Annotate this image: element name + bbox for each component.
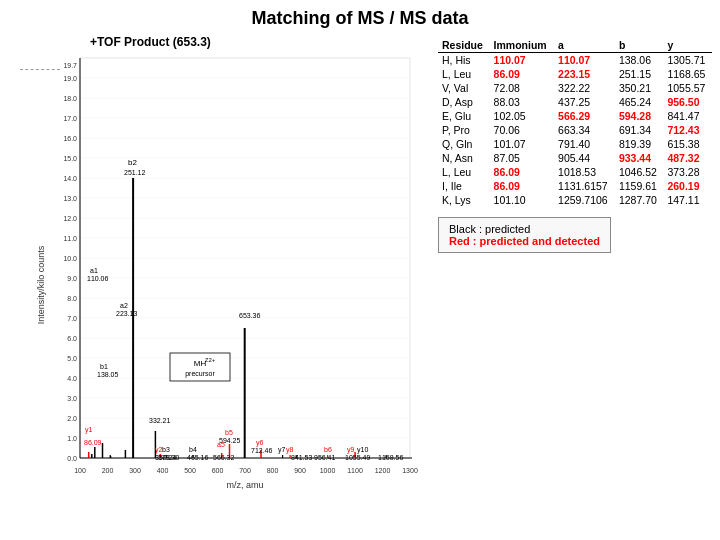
- cell-a: 437.25: [554, 95, 615, 109]
- svg-text:841.53: 841.53: [291, 454, 313, 461]
- cell-y: 615.38: [663, 137, 712, 151]
- col-header-b: b: [615, 38, 664, 53]
- svg-text:1000: 1000: [320, 467, 336, 474]
- svg-text:712.46: 712.46: [251, 447, 273, 454]
- svg-text:12.0: 12.0: [63, 215, 77, 222]
- svg-text:3.0: 3.0: [67, 395, 77, 402]
- svg-text:b3: b3: [162, 446, 170, 453]
- cell-y: 147.11: [663, 193, 712, 207]
- svg-text:138.05: 138.05: [97, 371, 119, 378]
- svg-text:600: 600: [212, 467, 224, 474]
- svg-text:700: 700: [239, 467, 251, 474]
- cell-immonium: 87.05: [490, 151, 554, 165]
- svg-text:b4: b4: [189, 446, 197, 453]
- cell-immonium: 86.09: [490, 165, 554, 179]
- table-row: V, Val72.08322.22350.211055.57: [438, 81, 712, 95]
- svg-text:b5: b5: [225, 429, 233, 436]
- cell-immonium: 86.09: [490, 179, 554, 193]
- cell-b: 691.34: [615, 123, 664, 137]
- cell-b: 138.06: [615, 53, 664, 68]
- table-row: H, His110.07110.07138.061305.71: [438, 53, 712, 68]
- cell-residue: L, Leu: [438, 67, 490, 81]
- cell-b: 1046.52: [615, 165, 664, 179]
- svg-text:8.0: 8.0: [67, 295, 77, 302]
- cell-y: 956.50: [663, 95, 712, 109]
- table-row: K, Lys101.101259.71061287.70147.11: [438, 193, 712, 207]
- y-axis-label: Intensity/kilo counts: [36, 246, 46, 325]
- svg-text:223.13: 223.13: [116, 310, 138, 317]
- svg-text:y8: y8: [286, 446, 294, 454]
- page-title: Matching of MS / MS data: [0, 0, 720, 33]
- cell-a: 791.40: [554, 137, 615, 151]
- cell-b: 251.15: [615, 67, 664, 81]
- cell-residue: D, Asp: [438, 95, 490, 109]
- cell-immonium: 88.03: [490, 95, 554, 109]
- cell-b: 594.28: [615, 109, 664, 123]
- col-header-immonium: Immonium: [490, 38, 554, 53]
- cell-y: 260.19: [663, 179, 712, 193]
- svg-text:y2: y2: [155, 446, 163, 454]
- svg-text:16.0: 16.0: [63, 135, 77, 142]
- cell-a: 663.34: [554, 123, 615, 137]
- legend-box: Black : predicted Red : predicted and de…: [438, 217, 611, 253]
- cell-y: 487.32: [663, 151, 712, 165]
- cell-y: 1305.71: [663, 53, 712, 68]
- chart-title: +TOF Product (653.3): [90, 35, 211, 49]
- table-row: L, Leu86.09223.15251.151168.65: [438, 67, 712, 81]
- svg-text:300: 300: [129, 467, 141, 474]
- svg-text:653.36: 653.36: [239, 312, 261, 319]
- svg-text:m/z, amu: m/z, amu: [226, 480, 263, 490]
- cell-immonium: 102.05: [490, 109, 554, 123]
- cell-b: 933.44: [615, 151, 664, 165]
- svg-text:1168.56: 1168.56: [378, 454, 403, 461]
- svg-text:0.0: 0.0: [67, 455, 77, 462]
- cell-b: 465.24: [615, 95, 664, 109]
- table-row: E, Glu102.05566.29594.28841.47: [438, 109, 712, 123]
- chart-area: Intensity/kilo counts: [0, 33, 430, 537]
- svg-text:a2: a2: [120, 302, 128, 309]
- cell-a: 110.07: [554, 53, 615, 68]
- svg-text:1200: 1200: [375, 467, 391, 474]
- svg-text:956.41: 956.41: [314, 454, 336, 461]
- cell-a: 566.29: [554, 109, 615, 123]
- svg-text:1100: 1100: [347, 467, 363, 474]
- cell-a: 1131.6157: [554, 179, 615, 193]
- cell-immonium: 101.10: [490, 193, 554, 207]
- svg-text:1055.49: 1055.49: [345, 454, 370, 461]
- svg-text:6.0: 6.0: [67, 335, 77, 342]
- cell-b: 350.21: [615, 81, 664, 95]
- legend-black-text: Black : predicted: [449, 223, 600, 235]
- spectrum-chart: 0.0 1.0 2.0 3.0 4.0 5.0 6.0 7.0 8.0 9.0 …: [50, 53, 420, 493]
- svg-text:2.0: 2.0: [67, 415, 77, 422]
- svg-text:900: 900: [294, 467, 306, 474]
- svg-text:precursor: precursor: [185, 370, 215, 378]
- table-row: I, Ile86.091131.61571159.61260.19: [438, 179, 712, 193]
- cell-a: 223.15: [554, 67, 615, 81]
- cell-residue: K, Lys: [438, 193, 490, 207]
- cell-y: 1168.65: [663, 67, 712, 81]
- svg-text:800: 800: [267, 467, 279, 474]
- cell-y: 373.28: [663, 165, 712, 179]
- svg-text:y9: y9: [347, 446, 355, 454]
- cell-b: 1159.61: [615, 179, 664, 193]
- svg-text:9.0: 9.0: [67, 275, 77, 282]
- ion-table-section: Residue Immonium a b y H, His110.07110.0…: [438, 38, 712, 207]
- svg-text:13.0: 13.0: [63, 195, 77, 202]
- svg-text:332.21: 332.21: [149, 417, 171, 424]
- svg-text:a5: a5: [217, 441, 225, 448]
- svg-text:19.0: 19.0: [63, 75, 77, 82]
- cell-a: 905.44: [554, 151, 615, 165]
- cell-b: 819.39: [615, 137, 664, 151]
- svg-text:b6: b6: [324, 446, 332, 453]
- svg-text:566.32: 566.32: [213, 454, 235, 461]
- col-header-y: y: [663, 38, 712, 53]
- svg-text:400: 400: [157, 467, 169, 474]
- cell-y: 1055.57: [663, 81, 712, 95]
- svg-text:1300: 1300: [402, 467, 418, 474]
- svg-text:1.0: 1.0: [67, 435, 77, 442]
- cell-a: 1259.7106: [554, 193, 615, 207]
- svg-text:11.0: 11.0: [63, 235, 77, 242]
- svg-text:86.09: 86.09: [84, 439, 102, 446]
- cell-immonium: 70.06: [490, 123, 554, 137]
- svg-text:b1: b1: [100, 363, 108, 370]
